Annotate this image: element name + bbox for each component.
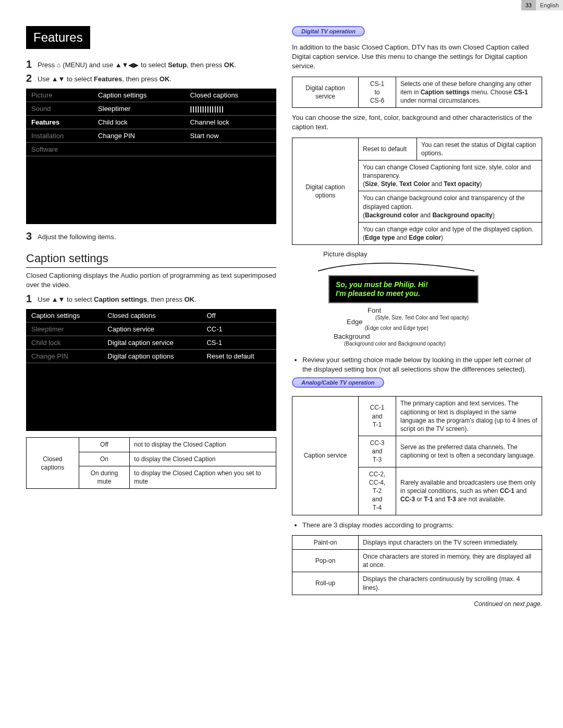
wave-line-icon — [313, 258, 480, 274]
osd-cell: Features — [26, 116, 93, 129]
osd-cell: Change PIN — [26, 350, 102, 363]
edge-sub: (Edge color and Edge type) — [365, 325, 429, 331]
step-number: 3 — [26, 230, 38, 242]
step-text: Use ▲▼ to select Caption settings, then … — [38, 293, 197, 304]
osd-cell: Sleeptimer — [26, 323, 102, 336]
caption-settings-heading: Caption settings — [26, 252, 276, 268]
osd-cell — [93, 143, 185, 156]
nav-arrows-icon: ▲▼◀▶ — [115, 61, 139, 69]
background-sub: (Background color and Background opacity… — [344, 341, 446, 347]
display-modes-table: Paint-on Displays input characters on th… — [292, 535, 542, 595]
cc-desc: not to display the Closed Caption — [130, 438, 276, 452]
cs-value: CC-3 and T-3 — [359, 436, 396, 467]
continued-text: Continued on next page. — [292, 600, 542, 608]
step-number: 2 — [26, 72, 38, 84]
dco-desc: You can change edge color and type of th… — [359, 223, 542, 245]
dcs-value: CS-1 to CS-6 — [359, 77, 396, 108]
digital-caption-options-table: Digital caption options Reset to default… — [292, 138, 542, 245]
osd-cell: Reset to default — [201, 350, 276, 363]
step-2: 2 Use ▲▼ to select Features, then press … — [26, 72, 276, 84]
font-label: Font — [368, 306, 381, 314]
dco-desc: You can reset the status of Digital capt… — [417, 138, 542, 160]
caption-service-label: Caption service — [292, 397, 359, 515]
osd-cell: Sound — [26, 102, 93, 116]
osd-menu-features: Picture Caption settings Closed captions… — [26, 89, 276, 224]
cc-desc: to display the Closed Caption — [130, 452, 276, 466]
cc-label: Closed captions — [27, 438, 79, 489]
mode-desc: Displays the characters continuously by … — [359, 572, 542, 595]
closed-captions-table: Closed captions Off not to display the C… — [26, 437, 276, 489]
osd-cell: Change PIN — [93, 129, 185, 143]
font-sub: (Style, Size, Text Color and Text opacit… — [375, 315, 469, 320]
step-number: 1 — [26, 293, 38, 305]
caption-line-1: So, you must be Philip. Hi! — [336, 280, 471, 289]
cs-value: CC-2, CC-4, T-2 and T-4 — [359, 467, 396, 515]
osd-cell: Sleeptimer — [93, 102, 185, 116]
caption-settings-intro: Closed Captioning displays the Audio por… — [26, 271, 276, 290]
cs-desc: Rarely available and broadcasters use th… — [396, 467, 542, 515]
dco-desc: You can change Closed Captioning font si… — [359, 160, 542, 191]
dcs-desc: Selects one of these before changing any… — [396, 77, 542, 108]
dco-label: Digital caption options — [292, 138, 359, 245]
picture-display-label: Picture display — [323, 250, 542, 258]
osd-cell: Caption settings — [26, 309, 102, 323]
osd-cell: CC-1 — [201, 323, 276, 336]
osd-menu-caption-settings: Caption settings Closed captions Off Sle… — [26, 309, 276, 431]
mode-desc: Once characters are stored in memory, th… — [359, 549, 542, 572]
analog-cable-tv-operation-pill: Analog/Cable TV operation — [292, 377, 384, 388]
digital-caption-service-table: Digital caption service CS-1 to CS-6 Sel… — [292, 77, 542, 108]
right-column: Digital TV operation In addition to the … — [292, 26, 542, 608]
digital-tv-operation-pill: Digital TV operation — [292, 26, 365, 36]
mode-name: Pop-on — [292, 549, 359, 572]
cs-step-1: 1 Use ▲▼ to select Caption settings, the… — [26, 293, 276, 305]
mode-name: Paint-on — [292, 535, 359, 549]
cs-desc: Serve as the preferred data channels. Th… — [396, 436, 542, 467]
mode-name: Roll-up — [292, 572, 359, 595]
dco-desc: You can change background color and tran… — [359, 191, 542, 223]
nav-arrows-icon: ▲▼ — [52, 75, 65, 83]
dco-reset-label: Reset to default — [359, 138, 417, 160]
osd-cell: Software — [26, 143, 93, 156]
osd-cell: Child lock — [26, 336, 102, 350]
cs-desc: The primary caption and text services. T… — [396, 397, 542, 436]
step-1: 1 Press ⌂ (MENU) and use ▲▼◀▶ to select … — [26, 58, 276, 70]
osd-cell: Closed captions — [185, 89, 276, 102]
cc-setting: On — [79, 452, 130, 466]
osd-cell: Picture — [26, 89, 93, 102]
step-number: 1 — [26, 58, 38, 70]
osd-cell: CS-1 — [201, 336, 276, 350]
caption-preview-box: So, you must be Philip. Hi! I'm pleased … — [328, 275, 479, 303]
osd-cell: Closed captions — [102, 309, 201, 323]
mode-desc: Displays input characters on the TV scre… — [359, 535, 542, 549]
digital-intro: In addition to the basic Closed Caption,… — [292, 43, 542, 71]
left-column: Features 1 Press ⌂ (MENU) and use ▲▼◀▶ t… — [26, 26, 276, 608]
section-title: Features — [26, 26, 90, 49]
dcs-label: Digital caption service — [292, 77, 359, 108]
caption-line-2: I'm pleased to meet you. — [336, 289, 471, 298]
osd-cell: Digital caption service — [102, 336, 201, 350]
step-text: Press ⌂ (MENU) and use ▲▼◀▶ to select Se… — [38, 58, 236, 70]
osd-cell: Channel lock — [185, 116, 276, 129]
picture-display-diagram: Picture display So, you must be Philip. … — [313, 250, 542, 350]
osd-cell: Installation — [26, 129, 93, 143]
osd-cell: Off — [201, 309, 276, 323]
cc-desc: to display the Closed Caption when you s… — [130, 466, 276, 488]
osd-cell: Digital caption options — [102, 350, 201, 363]
cs-value: CC-1 and T-1 — [359, 397, 396, 436]
osd-cell: |||||||||||||| — [185, 102, 276, 116]
osd-cell: Caption settings — [93, 89, 185, 102]
step-text: Use ▲▼ to select Features, then press OK… — [38, 72, 172, 84]
caption-service-table: Caption service CC-1 and T-1 The primary… — [292, 396, 542, 515]
osd-cell: Child lock — [93, 116, 185, 129]
display-modes-bullet: There are 3 display modes according to p… — [302, 521, 542, 530]
background-label: Background — [334, 332, 370, 340]
step-3: 3 Adjust the following items. — [26, 230, 276, 242]
osd-cell — [185, 143, 276, 156]
characteristics-text: You can choose the size, font, color, ba… — [292, 113, 542, 132]
nav-arrows-icon: ▲▼ — [52, 295, 65, 303]
osd-cell: Start now — [185, 129, 276, 143]
step-text: Adjust the following items. — [38, 230, 116, 242]
edge-label: Edge — [347, 318, 362, 326]
home-icon: ⌂ — [57, 61, 61, 69]
cc-setting: On during mute — [79, 466, 130, 488]
